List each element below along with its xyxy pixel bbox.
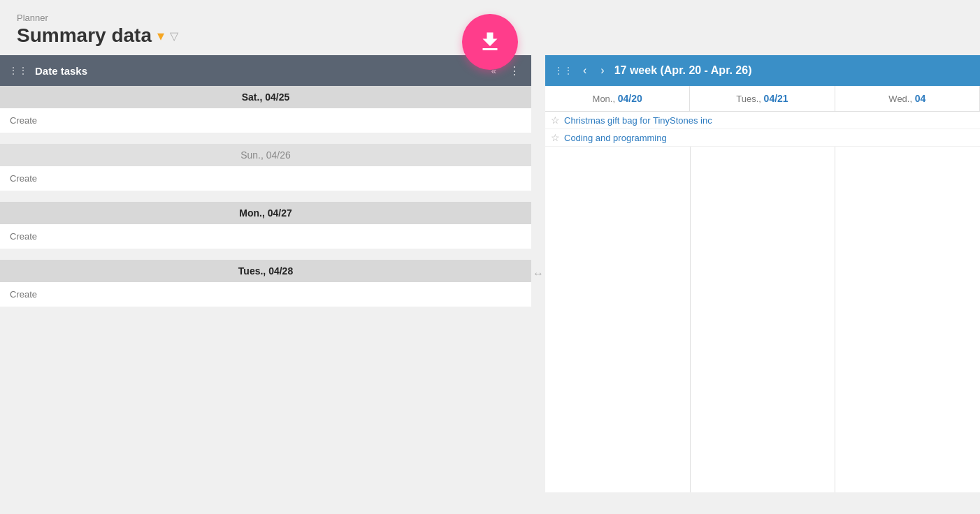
wed-day-name: Wed., 04 <box>888 94 925 104</box>
date-tasks-panel-header: ⋮⋮ Date tasks « ⋮ <box>0 55 531 86</box>
resize-handle[interactable]: ↔ <box>531 55 545 492</box>
task-text-2: Coding and programming <box>564 133 667 143</box>
page-header: Planner Summary data ▾ ▽ <box>0 0 980 55</box>
day-header-tues-0421: Tues., 04/21 <box>690 86 835 111</box>
date-group-mon-0427: Mon., 04/27 <box>0 202 531 249</box>
left-panel: ⋮⋮ Date tasks « ⋮ Sat., 04/25 Sun., 04/2… <box>0 55 531 492</box>
date-tasks-content: Sat., 04/25 Sun., 04/26 Mon., 04/27 <box>0 86 531 492</box>
date-header-tues-0428: Tues., 04/28 <box>0 260 531 282</box>
download-icon <box>477 29 503 54</box>
day-header-wed-04: Wed., 04 <box>835 86 980 111</box>
day-header-mon-0420: Mon., 04/20 <box>545 86 690 111</box>
calendar-tasks-container: ☆ Christmas gift bag for TinyStones inc … <box>545 112 980 147</box>
date-tasks-title: Date tasks <box>35 65 482 77</box>
create-input-tues-0428[interactable] <box>0 282 531 307</box>
filter-icon[interactable]: ▽ <box>170 29 178 43</box>
page-title: Summary data <box>17 24 152 47</box>
title-dropdown-icon[interactable]: ▾ <box>157 27 164 44</box>
date-group-sun-0426: Sun., 04/26 <box>0 144 531 191</box>
more-options-button[interactable]: ⋮ <box>506 63 523 79</box>
create-input-sun-0426[interactable] <box>0 166 531 191</box>
day-col-wed-04 <box>835 112 980 492</box>
task-text-1: Christmas gift bag for TinyStones inc <box>564 115 712 126</box>
task-coding-programming[interactable]: ☆ Coding and programming <box>545 129 980 147</box>
calendar-days-header: Mon., 04/20 Tues., 04/21 Wed., 04 <box>545 86 980 112</box>
date-header-sat-0425: Sat., 04/25 <box>0 86 531 108</box>
cal-drag-handle-icon[interactable]: ⋮⋮ <box>554 65 573 76</box>
date-group-tues-0428: Tues., 04/28 <box>0 260 531 307</box>
day-col-mon-0420: ☆ Christmas gift bag for TinyStones inc … <box>545 112 691 492</box>
task-christmas-gift[interactable]: ☆ Christmas gift bag for TinyStones inc <box>545 112 980 129</box>
create-input-mon-0427[interactable] <box>0 224 531 249</box>
calendar-header: ⋮⋮ ‹ › 17 week (Apr. 20 - Apr. 26) <box>545 55 980 86</box>
star-icon-task-2[interactable]: ☆ <box>551 132 560 143</box>
calendar-body: ☆ Christmas gift bag for TinyStones inc … <box>545 112 980 492</box>
calendar-panel: ⋮⋮ ‹ › 17 week (Apr. 20 - Apr. 26) Mon.,… <box>545 55 980 492</box>
date-group-sat-0425: Sat., 04/25 <box>0 86 531 133</box>
star-icon-task-1[interactable]: ☆ <box>551 115 560 126</box>
day-col-tues-0421 <box>691 112 836 492</box>
calendar-prev-button[interactable]: ‹ <box>579 61 591 80</box>
create-input-sat-0425[interactable] <box>0 108 531 133</box>
drag-handle-icon[interactable]: ⋮⋮ <box>8 65 28 76</box>
calendar-next-button[interactable]: › <box>596 61 608 80</box>
date-header-sun-0426: Sun., 04/26 <box>0 144 531 166</box>
date-header-mon-0427: Mon., 04/27 <box>0 202 531 224</box>
main-content: ⋮⋮ Date tasks « ⋮ Sat., 04/25 Sun., 04/2… <box>0 55 980 492</box>
calendar-week-title: 17 week (Apr. 20 - Apr. 26) <box>614 64 972 77</box>
download-fab[interactable] <box>462 14 518 70</box>
